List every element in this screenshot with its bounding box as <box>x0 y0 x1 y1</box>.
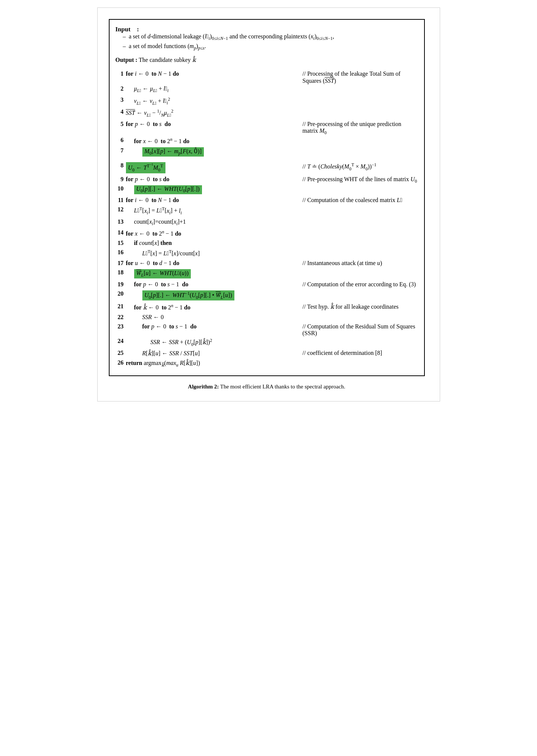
line-num-16: 16 <box>116 248 126 258</box>
line-num-13: 13 <box>116 217 126 228</box>
line-content-22: SSR ← 0 <box>126 313 299 322</box>
line-content-7: M0[x][p] ← mp[F(x, 0̂)] <box>126 146 299 158</box>
input-item-2: – a set of model functions (mp)p≤s. <box>123 43 418 51</box>
algorithm-box: Input : – a set of d-dimensional leakage… <box>109 19 425 376</box>
line-comment-13 <box>299 217 418 228</box>
line-content-21: for k̂ ← 0 to 2n − 1 do <box>126 302 299 312</box>
line-comment-18 <box>299 268 418 280</box>
line-num-1: 1 <box>116 69 126 84</box>
algo-line-5: 5 for p ← 0 to s do // Pre-processing of… <box>116 120 418 136</box>
line-num-spacer <box>116 158 126 161</box>
line-num-22: 22 <box>116 313 126 322</box>
page: Input : – a set of d-dimensional leakage… <box>97 7 440 401</box>
input-item-1: – a set of d-dimensional leakage (l⃗i)0≤… <box>123 33 418 41</box>
algo-line-4: 4 SST⃗ ← νL⃗ − 1/NμL⃗2 <box>116 107 418 120</box>
line-comment-12 <box>299 205 418 217</box>
dash-2: – <box>123 43 126 50</box>
line-comment-3 <box>299 95 418 108</box>
algo-line-2: 2 μL⃗ ← μL⃗ + l⃗i <box>116 84 418 95</box>
line-comment-24 <box>299 337 418 349</box>
line-num-21: 21 <box>116 302 126 312</box>
line-num-2: 2 <box>116 84 126 95</box>
input-text-2: a set of model functions (mp)p≤s. <box>129 43 206 51</box>
line-num-23: 23 <box>116 322 126 337</box>
algo-line-21: 21 for k̂ ← 0 to 2n − 1 do // Test hyp. … <box>116 302 418 312</box>
output-label: Output : <box>116 57 138 63</box>
highlight-8: U0 ← TT−1M0T <box>126 162 165 173</box>
algo-line-11: 11 for i ← 0 to N − 1 do // Computation … <box>116 196 418 205</box>
algo-line-9: 9 for p ← 0 to s do // Pre-processing WH… <box>116 175 418 184</box>
dash-1: – <box>123 33 126 40</box>
algo-line-18: 18 W⃗L[u] ← WHT(L⃗(u)) <box>116 268 418 280</box>
line-content-9: for p ← 0 to s do <box>126 175 299 184</box>
line-comment-8: // T ≐ (Cholesky(M0T × M0))−1 <box>299 161 418 175</box>
line-comment-14 <box>299 228 418 239</box>
line-comment-9: // Pre-processing WHT of the lines of ma… <box>299 175 418 184</box>
line-num-18: 18 <box>116 268 126 280</box>
algo-line-14: 14 for x ← 0 to 2n − 1 do <box>116 228 418 239</box>
algo-line-10: 10 U0[p][.] ← WHT(U0[p][.]) <box>116 184 418 196</box>
line-comment-11: // Computation of the coalesced matrix L… <box>299 196 418 205</box>
line-content-5: for p ← 0 to s do <box>126 120 299 136</box>
line-comment-19: // Computation of the error according to… <box>299 280 418 289</box>
line-comment-17: // Instantaneous attack (at time u) <box>299 259 418 268</box>
line-num-15: 15 <box>116 239 126 248</box>
line-num-19: 19 <box>116 280 126 289</box>
line-comment-26 <box>299 358 418 369</box>
algo-line-23: 23 for p ← 0 to s − 1 do // Computation … <box>116 322 418 337</box>
line-num-14: 14 <box>116 228 126 239</box>
line-num-9: 9 <box>116 175 126 184</box>
algo-line-24: 24 SSR ← SSR + (U0[p][k̂])2 <box>116 337 418 349</box>
line-comment-5: // Pre-processing of the unique predicti… <box>299 120 418 136</box>
line-content-14: for x ← 0 to 2n − 1 do <box>126 228 299 239</box>
input-section: Input : – a set of d-dimensional leakage… <box>116 26 418 51</box>
line-content-2: μL⃗ ← μL⃗ + l⃗i <box>126 84 299 95</box>
line-comment-spacer <box>299 158 418 161</box>
algo-line-12: 12 L⃗T[xi] = L⃗T[xi] + li <box>116 205 418 217</box>
line-comment-25: // coefficient of determination [8] <box>299 349 418 358</box>
line-num-24: 24 <box>116 337 126 349</box>
input-text-1: a set of d-dimensional leakage (l⃗i)0≤i≤… <box>129 33 334 41</box>
line-content-6: for x ← 0 to 2n − 1 do <box>126 136 299 146</box>
line-num-11: 11 <box>116 196 126 205</box>
caption-bold: Algorithm 2: <box>188 384 219 390</box>
algo-line-3: 3 νL⃗ ← νL⃗ + l⃗i2 <box>116 95 418 108</box>
line-comment-21: // Test hyp. k̂ for all leakage coordina… <box>299 302 418 312</box>
highlight-10: U0[p][.] ← WHT(U0[p][.]) <box>134 185 202 194</box>
line-comment-6 <box>299 136 418 146</box>
line-comment-20 <box>299 289 418 302</box>
algo-line-13: 13 count[xi]=count[xi]+1 <box>116 217 418 228</box>
line-num-4: 4 <box>116 107 126 120</box>
line-num-26: 26 <box>116 358 126 369</box>
line-content-23: for p ← 0 to s − 1 do <box>126 322 299 337</box>
line-comment-7 <box>299 146 418 158</box>
line-content-16: L⃗T[x] = L⃗T[x]/count[x] <box>126 248 299 258</box>
line-num-10: 10 <box>116 184 126 196</box>
algo-line-spacer <box>116 158 418 161</box>
algo-line-20: 20 U0[p][.] ← WHT−1(U0[p][.] • W⃗L[u]) <box>116 289 418 302</box>
line-num-6: 6 <box>116 136 126 146</box>
line-num-5: 5 <box>116 120 126 136</box>
input-label: Input : <box>116 26 139 33</box>
algo-line-16: 16 L⃗T[x] = L⃗T[x]/count[x] <box>116 248 418 258</box>
algorithm-lines: 1 for i ← 0 to N − 1 do // Processing of… <box>116 69 418 369</box>
line-content-18: W⃗L[u] ← WHT(L⃗(u)) <box>126 268 299 280</box>
line-num-17: 17 <box>116 259 126 268</box>
line-comment-22 <box>299 313 418 322</box>
line-num-7: 7 <box>116 146 126 158</box>
line-content-4: SST⃗ ← νL⃗ − 1/NμL⃗2 <box>126 107 299 120</box>
line-content-10: U0[p][.] ← WHT(U0[p][.]) <box>126 184 299 196</box>
algo-line-15: 15 if count[x] then <box>116 239 418 248</box>
line-content-12: L⃗T[xi] = L⃗T[xi] + li <box>126 205 299 217</box>
line-num-25: 25 <box>116 349 126 358</box>
algo-line-8: 8 U0 ← TT−1M0T // T ≐ (Cholesky(M0T × M0… <box>116 161 418 175</box>
algo-line-22: 22 SSR ← 0 <box>116 313 418 322</box>
line-content-8: U0 ← TT−1M0T <box>126 161 299 175</box>
line-content-26: return argmaxk̂(maxu R[k̂][u]) <box>126 358 299 369</box>
line-content-20: U0[p][.] ← WHT−1(U0[p][.] • W⃗L[u]) <box>126 289 299 302</box>
output-section: Output : The candidate subkey k̂ <box>116 56 418 63</box>
line-content-25: R[k̂][u] ← SSR / SST[u] <box>126 349 299 358</box>
line-content-13: count[xi]=count[xi]+1 <box>126 217 299 228</box>
line-content-3: νL⃗ ← νL⃗ + l⃗i2 <box>126 95 299 108</box>
line-content-11: for i ← 0 to N − 1 do <box>126 196 299 205</box>
